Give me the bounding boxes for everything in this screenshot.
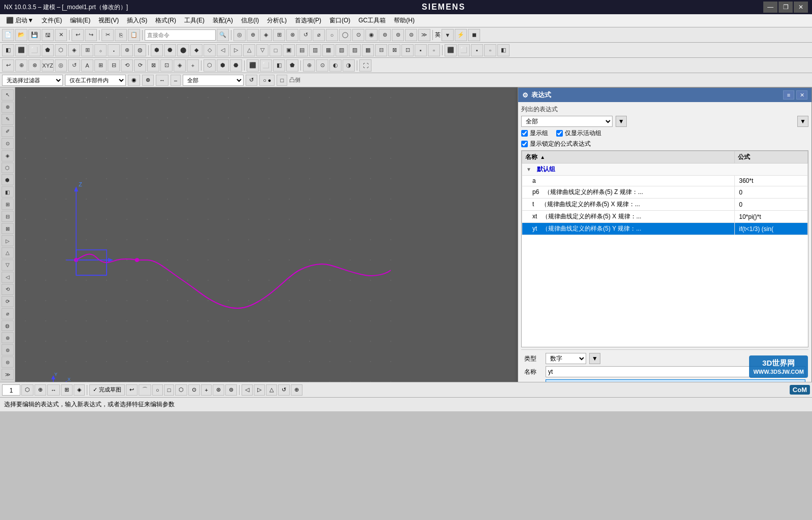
- menu-info[interactable]: 信息(I): [237, 15, 263, 26]
- bt-b10[interactable]: ⬡: [175, 384, 187, 396]
- close-button[interactable]: ✕: [794, 2, 808, 13]
- lt-select[interactable]: ↖: [2, 89, 14, 101]
- bt-b11[interactable]: ⊙: [188, 384, 200, 396]
- tb2-b26[interactable]: ▧: [335, 44, 348, 56]
- tb2-b5[interactable]: ⬡: [55, 44, 67, 56]
- tb3-b15[interactable]: +: [187, 59, 199, 72]
- tb3-b5[interactable]: ◎: [55, 59, 67, 72]
- lt-b2[interactable]: ✎: [2, 114, 14, 125]
- th-formula[interactable]: 公式: [735, 151, 808, 164]
- tb2-b9[interactable]: ⬩: [108, 44, 120, 56]
- bt-b4[interactable]: ⊞: [61, 384, 73, 396]
- tb-b10[interactable]: ⊛: [379, 29, 391, 41]
- tb2-b12[interactable]: ⬢: [151, 44, 163, 56]
- table-row[interactable]: xt （规律曲线定义的样条(5) X 规律：... 10*pi()*t: [522, 211, 808, 223]
- tb2-b20[interactable]: ▽: [256, 44, 268, 56]
- lt-b3[interactable]: ✐: [2, 126, 14, 137]
- th-name[interactable]: 名称 ▲: [522, 151, 735, 164]
- bt-b14[interactable]: ⊚: [225, 384, 237, 396]
- lt-b23[interactable]: ≫: [2, 369, 14, 380]
- menu-preferences[interactable]: 首选项(P): [291, 15, 325, 26]
- tb3-view3[interactable]: ◧: [273, 59, 285, 72]
- viewport[interactable]: Z X Y Z: [15, 87, 812, 382]
- tb2-b33[interactable]: ▫: [428, 44, 440, 56]
- lt-b7[interactable]: ⬢: [2, 174, 14, 185]
- tb3-b3[interactable]: ⊗: [28, 59, 41, 72]
- tb-b3[interactable]: ⊗: [286, 29, 298, 41]
- filter-btn5[interactable]: ↺: [246, 75, 257, 86]
- bt-b9[interactable]: □: [164, 384, 175, 396]
- type-select[interactable]: 数字: [546, 353, 586, 364]
- tb3-b9[interactable]: ⊟: [108, 59, 120, 72]
- menu-tools[interactable]: 工具(E): [180, 15, 209, 26]
- table-row[interactable]: a 360*t: [522, 176, 808, 186]
- tb2-b10[interactable]: ⊕: [121, 44, 133, 56]
- tb-close[interactable]: ✕: [55, 29, 67, 41]
- lt-b16[interactable]: ⟲: [2, 284, 14, 295]
- tb2-3d2[interactable]: ⬜: [458, 44, 470, 56]
- menu-insert[interactable]: 插入(S): [123, 15, 151, 26]
- tb-search[interactable]: 🔍: [217, 29, 229, 41]
- tb2-3d3[interactable]: ▪: [471, 44, 483, 56]
- bt-b2[interactable]: ⊕: [35, 384, 46, 396]
- list-filter-select[interactable]: 全部: [521, 116, 613, 127]
- tb-b2[interactable]: ⊞: [273, 29, 285, 41]
- show-locked-checkbox[interactable]: 显示锁定的公式表达式: [521, 140, 591, 148]
- tb-new[interactable]: 📄: [2, 29, 14, 41]
- menu-gctoolbox[interactable]: GC工具箱: [354, 15, 390, 26]
- tb-saveas[interactable]: 🖫: [42, 29, 54, 41]
- lt-b9[interactable]: ⊞: [2, 199, 14, 210]
- tb-snap[interactable]: ◎: [233, 29, 246, 41]
- lt-b6[interactable]: ⬡: [2, 162, 14, 174]
- tb2-b30[interactable]: ⊠: [388, 44, 400, 56]
- menu-edit[interactable]: 编辑(E): [66, 15, 94, 26]
- lt-b14[interactable]: ▽: [2, 259, 14, 271]
- tb-more[interactable]: ≫: [418, 29, 430, 41]
- tb3-b6[interactable]: ↺: [68, 59, 80, 72]
- tb3-b21[interactable]: ◐: [329, 59, 342, 72]
- filter-select[interactable]: 无选择过滤器: [2, 75, 63, 86]
- bt-complete[interactable]: ✓ 完成草图: [89, 384, 125, 396]
- right-dropdown-btn[interactable]: ▼: [797, 116, 808, 127]
- tb3-b22[interactable]: ◑: [343, 59, 355, 72]
- bt-b1[interactable]: ⬡: [21, 384, 33, 396]
- filter-btn2[interactable]: ⊕: [142, 75, 154, 86]
- tb-b1[interactable]: ◈: [260, 29, 272, 41]
- tb2-b31[interactable]: ⊡: [401, 44, 414, 56]
- tb2-b14[interactable]: ⬤: [177, 44, 189, 56]
- tb2-b2[interactable]: ⬛: [15, 44, 27, 56]
- lt-b8[interactable]: ◧: [2, 186, 14, 198]
- formula-input[interactable]: [546, 379, 805, 382]
- tb3-view4[interactable]: ⬟: [286, 59, 298, 72]
- tb2-b21[interactable]: □: [269, 44, 282, 56]
- bt-b3[interactable]: ↔: [47, 384, 60, 396]
- table-row-selected[interactable]: yt （规律曲线定义的样条(5) Y 规律：... if(t<1/3) (sin…: [522, 223, 808, 235]
- lt-b5[interactable]: ◈: [2, 150, 14, 161]
- dialog-close-icon[interactable]: ✕: [796, 90, 807, 100]
- tb2-b17[interactable]: ◁: [217, 44, 229, 56]
- tb3-b8[interactable]: ⊞: [94, 59, 107, 72]
- tb2-3d1[interactable]: ⬛: [445, 44, 457, 56]
- all-select[interactable]: 全部: [183, 75, 244, 86]
- tb3-b14[interactable]: ◈: [174, 59, 186, 72]
- tb2-b13[interactable]: ⬣: [164, 44, 176, 56]
- dialog-title-bar[interactable]: ⚙ 表达式 ≡ ✕: [518, 88, 811, 102]
- tb-b5[interactable]: ⌀: [313, 29, 325, 41]
- bt-b12[interactable]: +: [201, 384, 211, 396]
- tb3-b11[interactable]: ⟳: [134, 59, 146, 72]
- lt-b18[interactable]: ⌀: [2, 308, 14, 319]
- lt-b20[interactable]: ⊛: [2, 332, 14, 343]
- tb2-b7[interactable]: ⊞: [81, 44, 93, 56]
- tb2-b18[interactable]: ▷: [230, 44, 242, 56]
- minimize-button[interactable]: —: [763, 2, 777, 13]
- tb2-3d4[interactable]: ▫: [484, 44, 496, 56]
- tb-undo[interactable]: ↩: [72, 29, 84, 41]
- lt-b1[interactable]: ⊕: [2, 102, 14, 113]
- lt-b21[interactable]: ⊚: [2, 344, 14, 355]
- tb-b7[interactable]: ◯: [339, 29, 351, 41]
- tb2-b28[interactable]: ▩: [362, 44, 374, 56]
- search-input[interactable]: [145, 29, 216, 41]
- tb3-view2[interactable]: ⬜: [260, 59, 272, 72]
- tb-save[interactable]: 💾: [28, 29, 41, 41]
- tb3-b2[interactable]: ⊕: [15, 59, 27, 72]
